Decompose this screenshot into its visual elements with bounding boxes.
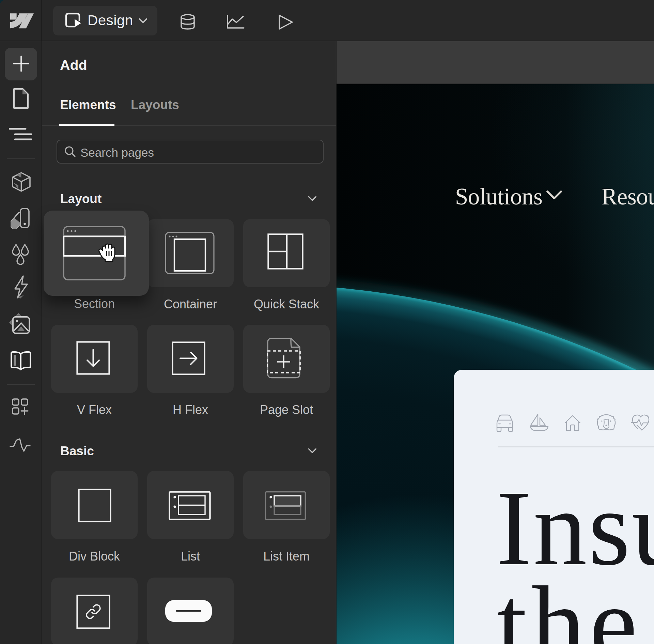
- svg-text:Resou: Resou: [602, 184, 654, 210]
- svg-text:Solutions: Solutions: [455, 184, 542, 210]
- svg-text:the: the: [497, 564, 642, 644]
